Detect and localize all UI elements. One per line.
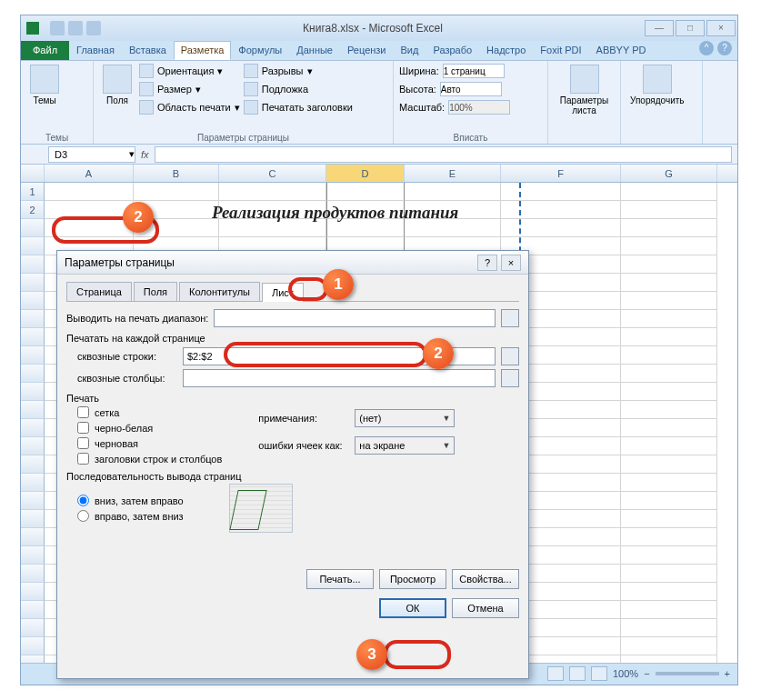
row-header[interactable] <box>21 237 45 255</box>
scale-input[interactable] <box>448 100 510 115</box>
print-range-input[interactable] <box>214 309 496 327</box>
row-header[interactable] <box>21 492 45 510</box>
dialog-close-button[interactable]: × <box>501 255 521 271</box>
col-header-F[interactable]: F <box>501 165 621 182</box>
row-header[interactable] <box>21 528 45 546</box>
cols-repeat-input[interactable] <box>183 369 496 387</box>
row-header[interactable] <box>21 219 45 237</box>
row-header[interactable] <box>21 346 45 365</box>
close-button[interactable]: × <box>706 20 736 36</box>
grid-checkbox[interactable] <box>77 406 89 418</box>
minimize-button[interactable]: — <box>645 20 674 36</box>
tab-data[interactable]: Данные <box>289 41 340 60</box>
tab-file[interactable]: Файл <box>21 41 69 60</box>
dialog-tab-margins[interactable]: Поля <box>134 282 177 301</box>
dialog-help-button[interactable]: ? <box>477 255 497 271</box>
row-header[interactable] <box>21 383 45 401</box>
breaks-button[interactable]: Разрывы ▾ <box>244 63 353 79</box>
row-header[interactable]: 1 <box>21 183 45 201</box>
size-button[interactable]: Размер ▾ <box>139 81 240 97</box>
draft-checkbox[interactable] <box>77 437 89 449</box>
print-area-button[interactable]: Область печати ▾ <box>139 99 240 115</box>
row-header[interactable] <box>21 474 45 492</box>
row-header[interactable] <box>21 601 45 619</box>
ribbon-minimize-icon[interactable]: ^ <box>699 41 714 55</box>
order-down-radio[interactable] <box>77 495 89 506</box>
comments-select[interactable]: (нет)▼ <box>355 409 455 427</box>
row-header[interactable] <box>21 365 45 383</box>
order-over-radio[interactable] <box>77 510 89 522</box>
tab-developer[interactable]: Разрабо <box>426 41 479 60</box>
view-normal-icon[interactable] <box>547 666 564 681</box>
row-header[interactable] <box>21 655 45 663</box>
row-header[interactable] <box>21 328 45 346</box>
tab-formulas[interactable]: Формулы <box>231 41 289 60</box>
formula-bar[interactable] <box>155 146 732 163</box>
col-header-B[interactable]: B <box>134 165 219 182</box>
tab-foxit[interactable]: Foxit PDI <box>533 41 588 60</box>
themes-button[interactable]: Темы <box>26 63 63 107</box>
bw-checkbox[interactable] <box>77 422 89 434</box>
tab-page-layout[interactable]: Разметка <box>174 41 232 60</box>
tab-home[interactable]: Главная <box>69 41 122 60</box>
col-header-A[interactable]: A <box>45 165 134 182</box>
col-header-E[interactable]: E <box>405 165 501 182</box>
properties-button[interactable]: Свойства... <box>452 569 519 589</box>
qat-save-icon[interactable] <box>50 21 65 35</box>
rows-repeat-picker-icon[interactable] <box>501 347 519 365</box>
row-header[interactable] <box>21 637 45 655</box>
row-header[interactable] <box>21 455 45 474</box>
fx-icon[interactable]: fx <box>141 149 149 160</box>
print-range-picker-icon[interactable] <box>501 309 519 327</box>
tab-abbyy[interactable]: ABBYY PD <box>589 41 654 60</box>
row-header[interactable] <box>21 583 45 601</box>
print-button[interactable]: Печать... <box>306 569 374 589</box>
tab-view[interactable]: Вид <box>394 41 426 60</box>
qat-redo-icon[interactable] <box>86 21 101 35</box>
cols-repeat-picker-icon[interactable] <box>501 369 519 387</box>
row-header[interactable] <box>21 546 45 565</box>
view-break-preview-icon[interactable] <box>591 666 607 681</box>
zoom-in-button[interactable]: + <box>725 668 730 679</box>
row-header[interactable]: 2 <box>21 201 45 219</box>
help-icon[interactable]: ? <box>717 41 732 55</box>
ok-button[interactable]: ОК <box>379 598 446 618</box>
row-header[interactable] <box>21 274 45 292</box>
dialog-tab-page[interactable]: Страница <box>66 282 132 301</box>
row-header[interactable] <box>21 619 45 637</box>
col-header-C[interactable]: C <box>219 165 326 182</box>
sheet-options-button[interactable]: Параметры листа <box>554 63 615 117</box>
row-header[interactable] <box>21 401 45 419</box>
tab-insert[interactable]: Вставка <box>122 41 174 60</box>
select-all-cell[interactable] <box>21 165 45 182</box>
row-header[interactable] <box>21 255 45 274</box>
row-header[interactable] <box>21 565 45 583</box>
preview-button[interactable]: Просмотр <box>379 569 446 589</box>
view-page-layout-icon[interactable] <box>569 666 586 681</box>
row-header[interactable] <box>21 419 45 437</box>
print-titles-button[interactable]: Печатать заголовки <box>244 99 353 115</box>
tab-addins[interactable]: Надстро <box>479 41 533 60</box>
zoom-slider[interactable] <box>656 672 719 675</box>
row-header[interactable] <box>21 437 45 455</box>
zoom-level[interactable]: 100% <box>613 668 638 679</box>
dialog-tab-sheet[interactable]: Лист <box>262 283 304 302</box>
row-header[interactable] <box>21 510 45 528</box>
headings-checkbox[interactable] <box>77 453 89 465</box>
zoom-out-button[interactable]: − <box>644 668 649 679</box>
height-select[interactable] <box>440 82 502 96</box>
orientation-button[interactable]: Ориентация ▾ <box>139 63 240 79</box>
row-header[interactable] <box>21 310 45 328</box>
background-button[interactable]: Подложка <box>244 81 353 97</box>
tab-review[interactable]: Рецензи <box>340 41 394 60</box>
cancel-button[interactable]: Отмена <box>452 598 519 618</box>
errors-select[interactable]: на экране▼ <box>355 436 455 455</box>
name-box[interactable]: D3▾ <box>48 146 135 163</box>
qat-undo-icon[interactable] <box>68 21 83 35</box>
maximize-button[interactable]: □ <box>676 20 705 36</box>
margins-button[interactable]: Поля <box>99 63 135 107</box>
col-header-G[interactable]: G <box>621 165 717 182</box>
width-select[interactable] <box>443 64 505 78</box>
arrange-button[interactable]: Упорядочить <box>626 63 688 107</box>
dialog-tab-headers[interactable]: Колонтитулы <box>179 282 260 301</box>
